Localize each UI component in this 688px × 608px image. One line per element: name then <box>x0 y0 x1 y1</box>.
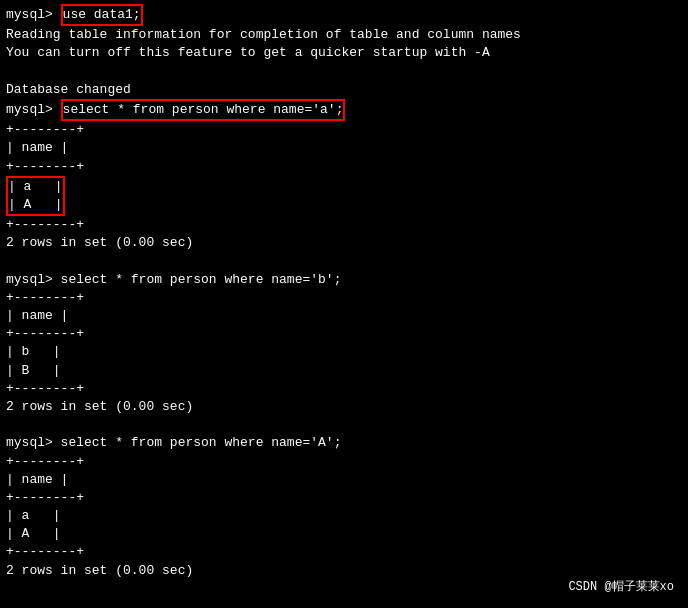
line-sep3: +--------+ <box>6 216 682 234</box>
line-info1: Reading table information for completion… <box>6 26 682 44</box>
line-result1: 2 rows in set (0.00 sec) <box>6 234 682 252</box>
cmd2-highlight: select * from person where name='a'; <box>61 99 346 121</box>
line-row2b: | B | <box>6 362 682 380</box>
cmd1-highlight: use data1; <box>61 4 143 26</box>
line-sep6: +--------+ <box>6 380 682 398</box>
line-header2: | name | <box>6 307 682 325</box>
line-row3a: | a | <box>6 507 682 525</box>
line-row3b: | A | <box>6 525 682 543</box>
line-blank1 <box>6 63 682 81</box>
terminal: mysql> use data1; Reading table informat… <box>6 4 682 604</box>
line-cmd2: mysql> select * from person where name='… <box>6 99 682 121</box>
line-cmd3: mysql> select * from person where name='… <box>6 271 682 289</box>
line-cmd4: mysql> select * from person where name='… <box>6 434 682 452</box>
line-sep1: +--------+ <box>6 121 682 139</box>
line-sep4: +--------+ <box>6 289 682 307</box>
line-sep7: +--------+ <box>6 453 682 471</box>
line-blank3 <box>6 416 682 434</box>
line-result3: 2 rows in set (0.00 sec) <box>6 562 682 580</box>
line-sep5: +--------+ <box>6 325 682 343</box>
line-info2: You can turn off this feature to get a q… <box>6 44 682 62</box>
line-sep2: +--------+ <box>6 158 682 176</box>
line-db-changed: Database changed <box>6 81 682 99</box>
line-row2a: | b | <box>6 343 682 361</box>
result-block-1: | a | | A | <box>6 176 65 216</box>
line-sep8: +--------+ <box>6 489 682 507</box>
watermark: CSDN @帽子莱莱xo <box>568 579 674 596</box>
line-row1b: | A | <box>8 196 63 214</box>
line-row1a: | a | <box>8 178 63 196</box>
prompt-1: mysql> <box>6 7 61 22</box>
line-blank2 <box>6 252 682 270</box>
line-result2: 2 rows in set (0.00 sec) <box>6 398 682 416</box>
line-sep9: +--------+ <box>6 543 682 561</box>
line-header3: | name | <box>6 471 682 489</box>
line-header1: | name | <box>6 139 682 157</box>
prompt-2: mysql> <box>6 102 61 117</box>
line-1: mysql> use data1; <box>6 4 682 26</box>
